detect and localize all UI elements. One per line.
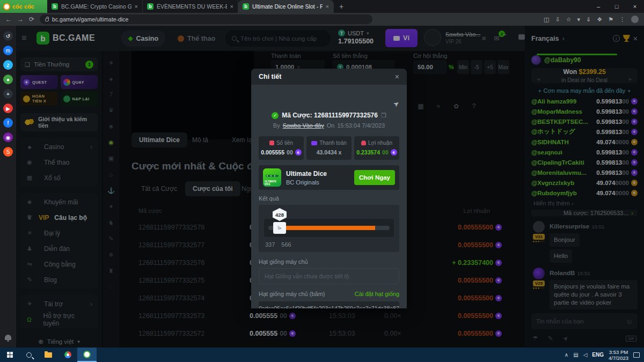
modal-body: ➤ ✓ Mã Cược: 126811159977332576 ❐ By Saw… (251, 85, 407, 308)
modal-header: Chi tiết × (251, 69, 407, 85)
browser-toolbar-icon[interactable]: ◫ (544, 16, 549, 23)
rail-app-icon[interactable]: z (3, 60, 13, 70)
browser-toolbar-icon[interactable]: ❖ (597, 16, 602, 23)
bet-id-row: ✓ Mã Cược: 126811159977332576 ❐ (259, 112, 399, 119)
range-high: 566 (281, 241, 291, 248)
stat-profit: Lợi nhuận 0.23357400¢ (354, 136, 399, 160)
stat-amount: Số tiền 0.00555500¢ (259, 136, 304, 160)
result-range: 337 566 (264, 241, 394, 248)
windows-taskbar: ∧ ▤ ◁ ENG 3:53 PM 4/7/2023 (0, 348, 644, 362)
bettor-name-link[interactable]: Sawba Vào đây (283, 122, 324, 129)
by-label: By (273, 122, 280, 129)
action-center-icon[interactable] (633, 352, 640, 358)
input-language[interactable]: ENG (592, 352, 604, 358)
tab-title: ÉVÈNEMENTS DU WEEK-END (157, 3, 227, 10)
coccoc-brand-label: cốc cốc (12, 3, 34, 10)
reload-icon[interactable]: ⟳ (29, 16, 34, 23)
chrome-icon[interactable] (58, 348, 77, 362)
hand-icon (361, 141, 366, 145)
browser-tab[interactable]: b Ultimate Dice Online Slot - P × (238, 0, 334, 13)
network-icon[interactable]: ▤ (573, 352, 578, 358)
browser-toolbar-icon[interactable]: ▾ (577, 16, 581, 23)
profile-avatar[interactable] (631, 16, 639, 23)
coccoc-taskbar-icon[interactable] (77, 348, 97, 362)
slider-fill (281, 226, 375, 230)
rail-app-icon[interactable]: f (3, 118, 13, 128)
tab-title: Ultimate Dice Online Slot - P (252, 3, 323, 10)
result-slider: 428 ‖▸ (264, 219, 394, 237)
stat-profit-value: 0.233574 (356, 149, 380, 156)
browser-toolbar-icon[interactable]: ⇓ (586, 16, 591, 23)
browser-tab[interactable]: b ÉVÈNEMENTS DU WEEK-END × (143, 0, 238, 13)
lock-icon (45, 18, 49, 21)
modal-close-icon[interactable]: × (395, 72, 399, 81)
rail-app-icon[interactable]: S (3, 147, 13, 157)
seed-hash-row: Hạt giống máy chủ (băm) Cài đặt hạt giốn… (259, 291, 399, 297)
slider-track (268, 226, 390, 230)
result-box: 428 ‖▸ 337 566 (259, 205, 399, 252)
browser-toolbar-icon[interactable]: ⋮ (619, 16, 625, 23)
seed-hash-value[interactable]: 80cdca05ac5c1f20bdf5fe203a147b269c7ea2c7… (259, 301, 399, 308)
taskbar-search-icon[interactable] (19, 348, 39, 362)
bet-id-text: Mã Cược: 126811159977332576 (282, 112, 378, 119)
browser-toolbar-icon[interactable]: ⚑ (608, 16, 613, 23)
stat-payout: Thanh toán 43.0434 x (306, 136, 352, 160)
coccoc-brand: cốc cốc (0, 0, 47, 13)
seed-settings-link[interactable]: Cài đặt hạt giống (355, 291, 399, 297)
stat-profit-label: Lợi nhuận (368, 140, 392, 146)
close-button[interactable]: × (626, 0, 644, 13)
browser-toolbar-icon[interactable]: ☆ (566, 16, 572, 23)
system-tray: ∧ ▤ ◁ ENG 3:53 PM 4/7/2023 (565, 349, 644, 361)
rail-app-icon[interactable]: + (3, 89, 13, 99)
forward-icon[interactable]: → (17, 16, 24, 23)
new-tab-button[interactable]: + (334, 0, 349, 13)
game-title: Ultimate Dice (286, 170, 349, 178)
copy-icon[interactable]: ❐ (381, 112, 386, 119)
file-explorer-icon[interactable] (39, 348, 58, 362)
rail-app-icon[interactable]: ● (3, 75, 13, 84)
taskbar-date: 4/7/2023 (609, 355, 628, 361)
volume-icon[interactable]: ◁ (583, 352, 588, 358)
screen: cốc cốc b BC.GAME: Crypto Casino Gam × b… (0, 0, 644, 362)
on-label: On (327, 122, 335, 129)
result-label: Kết quả (259, 195, 399, 202)
tab-favicon: b (243, 3, 249, 10)
tab-close-icon[interactable]: × (230, 3, 233, 10)
card-icon (311, 141, 317, 145)
taskbar-clock[interactable]: 3:53 PM 4/7/2023 (609, 349, 628, 361)
maximize-button[interactable]: □ (608, 0, 626, 13)
tab-strip: cốc cốc b BC.GAME: Crypto Casino Gam × b… (0, 0, 644, 13)
verified-shield-icon: ✓ (272, 112, 279, 119)
server-seed-field[interactable] (259, 268, 399, 284)
tab-favicon: b (52, 3, 58, 10)
share-icon[interactable]: ➤ (392, 99, 401, 109)
game-card: ULTIMATE DICE Ultimate Dice BC Originals… (259, 165, 399, 190)
browser-tab[interactable]: b BC.GAME: Crypto Casino Gam × (47, 0, 143, 13)
window-controls: – □ × (589, 0, 644, 13)
coin-icon: ¢ (391, 149, 397, 156)
tab-favicon: b (147, 3, 153, 10)
start-button[interactable] (0, 348, 19, 362)
rail-app-icon[interactable]: m (3, 46, 13, 55)
server-seed-input[interactable] (265, 273, 393, 279)
tab-close-icon[interactable]: × (326, 3, 329, 10)
rail-app-icon[interactable]: ◉ (3, 132, 13, 142)
slider-handle[interactable]: ‖▸ (273, 222, 286, 234)
coin-icon: ¢ (295, 149, 302, 156)
rail-app-icon[interactable]: ↺ (3, 31, 13, 41)
play-now-button[interactable]: Chơi Ngay (354, 170, 395, 185)
browser-toolbar-icon[interactable]: ⇩ (555, 16, 560, 23)
minimize-button[interactable]: – (589, 0, 608, 13)
range-low: 337 (265, 241, 275, 248)
tab-close-icon[interactable]: × (135, 3, 138, 10)
modal-title: Chi tiết (259, 73, 395, 80)
address-bar[interactable]: bc.game/vi/game/ultimate-dice (40, 14, 372, 24)
notifications-bell-icon[interactable] (5, 335, 11, 340)
stat-amount-value: 0.005555 (261, 149, 284, 156)
rail-app-icon[interactable]: ▶ (3, 104, 13, 113)
back-icon[interactable]: ← (5, 16, 12, 23)
stat-amount-label: Số tiền (276, 140, 293, 146)
tray-expand-icon[interactable]: ∧ (565, 352, 568, 358)
coccoc-logo-icon (3, 3, 10, 10)
bet-datetime: 15:53:04 7/4/2023 (337, 122, 385, 129)
